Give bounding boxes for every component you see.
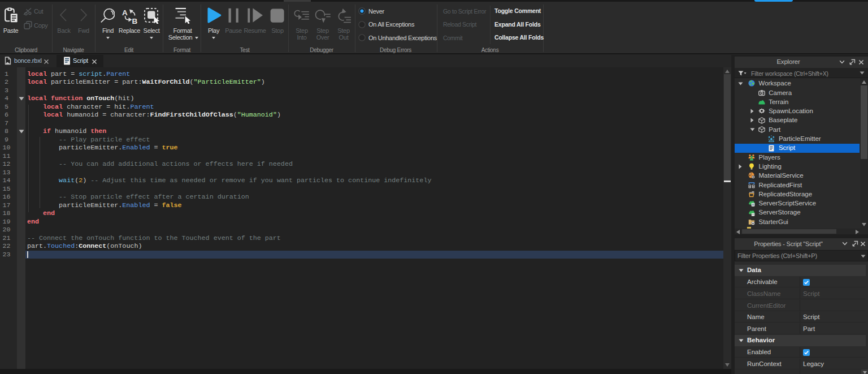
svg-text:B: B [132,17,138,24]
svg-text:A: A [122,8,128,17]
